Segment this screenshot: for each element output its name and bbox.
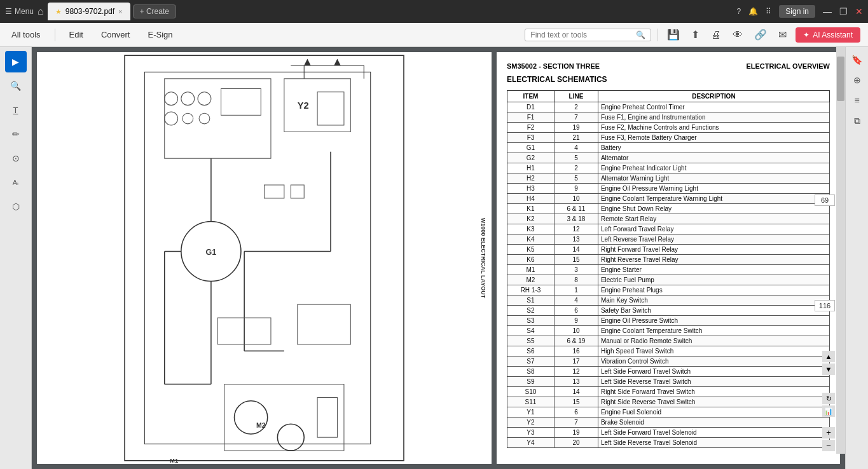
table-row: S616High Speed Travel Switch — [507, 346, 830, 357]
table-cell-10-1: 6 & 11 — [554, 204, 598, 214]
lasso-tool[interactable]: ⊙ — [5, 147, 27, 169]
table-cell-11-1: 3 & 18 — [554, 214, 598, 224]
refresh-button[interactable]: ↻ — [822, 393, 835, 404]
table-cell-4-0: G1 — [507, 143, 555, 153]
home-button[interactable]: ⌂ — [38, 6, 44, 17]
table-cell-13-1: 13 — [554, 234, 598, 245]
copy-tool[interactable]: ⧉ — [848, 112, 866, 130]
table-cell-33-0: Y4 — [507, 438, 555, 448]
cursor-tool[interactable]: ▶ — [5, 51, 27, 72]
col-item: ITEM — [507, 91, 555, 102]
draw-tool[interactable]: ✏ — [5, 123, 27, 145]
table-cell-20-0: S2 — [507, 306, 555, 316]
table-cell-22-1: 10 — [554, 326, 598, 336]
table-cell-7-1: 5 — [554, 173, 598, 184]
table-cell-29-2: Right Side Reverse Travel Switch — [598, 397, 829, 407]
table-cell-32-2: Left Side Forward Travel Solenoid — [598, 428, 829, 438]
home-icon: ⌂ — [38, 6, 44, 17]
tab-close-button[interactable]: × — [118, 8, 122, 15]
table-cell-28-1: 14 — [554, 387, 598, 397]
text-ai-tool[interactable]: Aᵢ — [5, 172, 27, 193]
close-button[interactable]: ✕ — [855, 6, 863, 17]
sign-in-button[interactable]: Sign in — [779, 5, 815, 18]
table-cell-4-2: Battery — [598, 143, 829, 153]
document-panel: SM35002 - SECTION THREE ELECTRICAL OVERV… — [497, 52, 840, 464]
vertical-scrollbar[interactable] — [836, 47, 845, 454]
table-cell-12-1: 12 — [554, 224, 598, 234]
all-tools-button[interactable]: All tools — [8, 27, 45, 42]
print-icon[interactable]: 🖨 — [708, 28, 724, 42]
zoom-nav: + − — [822, 427, 835, 451]
apps-icon[interactable]: ⠿ — [766, 7, 771, 16]
table-cell-14-1: 14 — [554, 245, 598, 255]
main-container: ▶ 🔍 T ✏ ⊙ Aᵢ ⬡ — [0, 47, 868, 469]
upload-icon[interactable]: ⬆ — [689, 27, 702, 42]
zoom-region-tool[interactable]: ⊕ — [848, 71, 866, 89]
link-icon[interactable]: 🔗 — [752, 27, 769, 42]
table-cell-19-2: Main Key Switch — [598, 296, 829, 306]
active-tab[interactable]: ★ 9803-9702.pdf × — [48, 3, 130, 20]
table-cell-33-1: 20 — [554, 438, 598, 448]
svg-text:Y2: Y2 — [298, 100, 309, 111]
table-cell-7-0: H2 — [507, 173, 555, 184]
table-cell-3-0: F3 — [507, 133, 555, 143]
table-row: F219Fuse F2, Machine Controls and Functi… — [507, 123, 830, 133]
table-cell-23-1: 6 & 19 — [554, 336, 598, 346]
chart-button[interactable]: 📊 — [822, 405, 835, 417]
esign-button[interactable]: E-Sign — [144, 27, 176, 42]
minimize-button[interactable]: — — [823, 6, 832, 17]
table-cell-17-2: Electric Fuel Pump — [598, 275, 829, 285]
zoom-out-button[interactable]: − — [822, 440, 835, 451]
table-cell-18-2: Engine Preheat Plugs — [598, 285, 829, 296]
pdf-scroll-area[interactable]: Y2 G1 M2 — [32, 47, 845, 469]
notifications-icon[interactable]: 🔔 — [748, 7, 758, 16]
table-row: K413Left Reverse Travel Relay — [507, 234, 830, 245]
find-bar[interactable]: 🔍 — [525, 29, 651, 41]
bookmark-tool[interactable]: 🔖 — [848, 51, 866, 69]
table-row: H25Alternator Warning Light — [507, 173, 830, 184]
table-cell-9-0: H4 — [507, 194, 555, 204]
find-input[interactable] — [530, 31, 632, 39]
toolbar-separator-1 — [55, 29, 55, 41]
save-icon[interactable]: 💾 — [665, 27, 682, 42]
maximize-button[interactable]: ❐ — [839, 6, 848, 17]
table-cell-7-2: Alternator Warning Light — [598, 173, 829, 184]
scroll-thumb[interactable] — [837, 57, 844, 101]
zoom-tool[interactable]: 🔍 — [5, 75, 27, 97]
edit-button[interactable]: Edit — [65, 27, 87, 42]
table-cell-0-2: Engine Preheat Control Timer — [598, 102, 829, 112]
table-row: H39Engine Oil Pressure Warning Light — [507, 184, 830, 194]
stamp-tool[interactable]: ⬡ — [5, 196, 27, 217]
doc-content: SM35002 - SECTION THREE ELECTRICAL OVERV… — [497, 52, 840, 464]
ai-assistant-button[interactable]: ✦ AI Assistant — [796, 27, 860, 43]
scroll-up-button[interactable]: ▲ — [822, 351, 835, 362]
table-row: RH 1-31Engine Preheat Plugs — [507, 285, 830, 296]
new-tab-button[interactable]: + Create — [133, 4, 176, 18]
table-cell-22-0: S4 — [507, 326, 555, 336]
highlight-tool[interactable]: T — [5, 99, 27, 121]
table-cell-3-1: 21 — [554, 133, 598, 143]
pdf-area: Y2 G1 M2 — [32, 47, 845, 469]
table-cell-8-1: 9 — [554, 184, 598, 194]
table-row: S913Left Side Reverse Travel Switch — [507, 377, 830, 387]
table-row: S812Left Side Forward Travel Switch — [507, 367, 830, 377]
table-cell-18-0: RH 1-3 — [507, 285, 555, 296]
accessibility-icon[interactable]: 👁 — [730, 28, 745, 42]
zoom-in-button[interactable]: + — [822, 427, 835, 438]
scroll-down-button[interactable]: ▼ — [822, 364, 835, 375]
help-icon[interactable]: ? — [737, 7, 741, 16]
table-cell-12-0: K3 — [507, 224, 555, 234]
convert-button[interactable]: Convert — [97, 27, 134, 42]
table-cell-5-0: G2 — [507, 153, 555, 163]
menu-button[interactable]: ☰ Menu — [5, 7, 34, 16]
doc-header-left: SM35002 - SECTION THREE — [507, 62, 600, 70]
share-icon[interactable]: ✉ — [776, 27, 789, 42]
table-cell-2-2: Fuse F2, Machine Controls and Functions — [598, 123, 829, 133]
layers-tool[interactable]: ≡ — [848, 92, 866, 109]
table-cell-28-0: S10 — [507, 387, 555, 397]
table-cell-17-0: M2 — [507, 275, 555, 285]
table-cell-9-1: 10 — [554, 194, 598, 204]
diagram-area: Y2 G1 M2 — [37, 52, 492, 464]
table-cell-25-2: Vibration Control Switch — [598, 357, 829, 367]
tab-bar: ★ 9803-9702.pdf × + Create — [48, 3, 733, 20]
